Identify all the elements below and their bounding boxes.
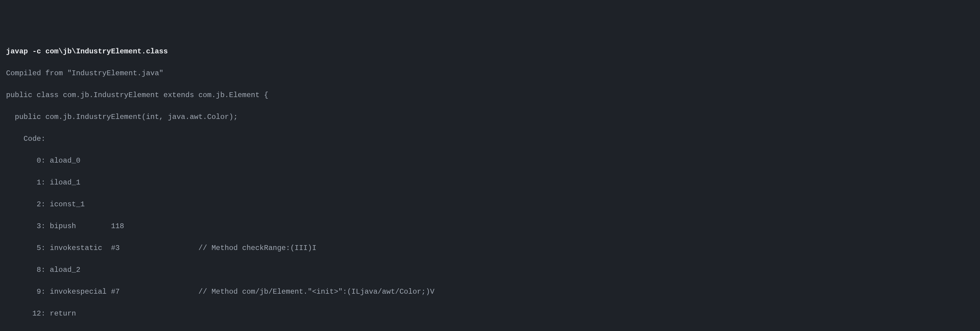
terminal-output-line: Compiled from "IndustryElement.java" [6, 68, 974, 79]
terminal-output-line: Code: [6, 134, 974, 145]
terminal-output-line: 1: iload_1 [6, 177, 974, 188]
terminal-output-line: 2: iconst_1 [6, 199, 974, 210]
terminal-output-line: 0: aload_0 [6, 155, 974, 166]
terminal-output-line: public com.jb.IndustryElement(int, java.… [6, 111, 974, 123]
terminal-output-line: 9: invokespecial #7 // Method com/jb/Ele… [6, 286, 974, 297]
terminal-command: javap -c com\jb\IndustryElement.class [6, 46, 974, 57]
terminal-output-line: public class com.jb.IndustryElement exte… [6, 90, 974, 101]
terminal-output-line: 3: bipush 118 [6, 221, 974, 232]
terminal-output-line: 8: aload_2 [6, 264, 974, 275]
terminal-output-line: 12: return [6, 308, 974, 319]
terminal-output-line: 5: invokestatic #3 // Method checkRange:… [6, 243, 974, 254]
